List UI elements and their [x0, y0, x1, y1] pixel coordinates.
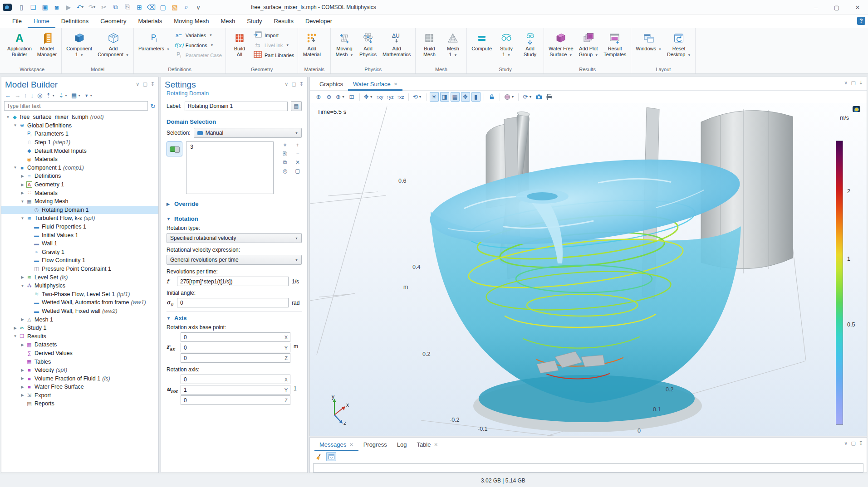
- forward-button[interactable]: →: [15, 92, 20, 99]
- menu-tab-mesh[interactable]: Mesh: [215, 15, 241, 28]
- tree-node-fluid-properties-1[interactable]: ▬Fluid Properties 1: [1, 223, 158, 231]
- panel-pin-icon[interactable]: ↧: [151, 81, 155, 87]
- chevron-right-icon[interactable]: ▶: [167, 202, 171, 206]
- tree-node-wetted-wall-fixed-wall[interactable]: ▬Wetted Wall, Fixed wall(ww2): [1, 307, 158, 316]
- axis-base-y-input[interactable]: 0Y: [181, 343, 290, 352]
- menu-tab-moving-mesh[interactable]: Moving Mesh: [168, 15, 215, 28]
- messages-tab-progress[interactable]: Progress: [358, 438, 392, 451]
- tree-node-study-1[interactable]: ▶∞Study 1: [1, 324, 158, 332]
- new-button[interactable]: ▯: [16, 2, 27, 12]
- build-all-button[interactable]: BuildAll: [228, 29, 251, 59]
- clear-messages-icon[interactable]: [314, 452, 324, 461]
- result-templates-button[interactable]: ResultTemplates: [601, 29, 628, 59]
- component-button[interactable]: Component1 ▼: [64, 29, 94, 59]
- selection-list[interactable]: 3: [186, 141, 274, 194]
- scene-settings-button[interactable]: ⟳▼: [522, 92, 533, 102]
- panel-float-icon[interactable]: ▢: [851, 80, 855, 90]
- rotation-type-combo[interactable]: Specified rotational velocity▼: [167, 233, 302, 243]
- view-xz-button[interactable]: ↑xz: [396, 92, 405, 102]
- axis-orientation-button[interactable]: ✥: [461, 92, 470, 102]
- zoom-to-selection-button[interactable]: ◎: [281, 167, 289, 175]
- panel-pin-icon[interactable]: ↧: [859, 80, 863, 90]
- zoom-box-button[interactable]: ⊕▼: [335, 92, 346, 102]
- tree-node-gravity-1[interactable]: ≈Gravity 1: [1, 248, 158, 257]
- expander-icon[interactable]: ▼: [12, 166, 18, 170]
- label-input[interactable]: Rotating Domain 1: [185, 102, 288, 111]
- collapse-all-button[interactable]: ⇡▼: [46, 92, 55, 99]
- add-component-button[interactable]: AddComponent ▼: [95, 29, 131, 59]
- view-yz-button[interactable]: ↑yz: [386, 92, 395, 102]
- show-button[interactable]: ◎: [37, 92, 42, 99]
- chevron-down-icon[interactable]: ▼: [167, 217, 171, 221]
- remove-from-selection-button[interactable]: −: [294, 150, 302, 157]
- tree-node-reports[interactable]: ▤Reports: [1, 399, 158, 408]
- tree-node-global-definitions[interactable]: ▼⊕Global Definitions: [1, 122, 158, 130]
- transparency-button[interactable]: ◨: [440, 92, 449, 102]
- rotation-axis-z-input[interactable]: 0Z: [181, 395, 290, 405]
- add-plot-group-button[interactable]: Add PlotGroup ▼: [577, 29, 601, 59]
- customize-toolbar-button[interactable]: ∨: [193, 2, 204, 12]
- tree-node-component-1[interactable]: ▼■Component 1(comp1): [1, 164, 158, 172]
- create-selection-button[interactable]: ✧: [281, 141, 289, 149]
- compute-button[interactable]: Compute: [469, 29, 494, 53]
- import-button[interactable]: Import: [253, 31, 294, 39]
- show-on-new-message-icon[interactable]: [326, 452, 336, 461]
- tree-node-two-phase-flow-level-set-1[interactable]: ≋Two-Phase Flow, Level Set 1(tpf1): [1, 290, 158, 298]
- expander-icon[interactable]: ▶: [20, 393, 25, 397]
- chevron-down-icon[interactable]: ▼: [167, 316, 171, 321]
- color-legend-button[interactable]: ▮: [471, 92, 481, 102]
- revolutions-input[interactable]: 275[rpm]*step1(t[1/s]): [177, 277, 289, 286]
- livelink-button[interactable]: ⇆LiveLink▼: [253, 41, 294, 49]
- refresh-icon[interactable]: ↻: [150, 102, 156, 110]
- add-mathematics-button[interactable]: ΔUAddMathematics: [380, 29, 413, 59]
- rotation-axis-y-input[interactable]: 1Y: [181, 385, 290, 394]
- expander-icon[interactable]: ▶: [20, 376, 25, 380]
- label-options-button[interactable]: ▤: [291, 101, 302, 111]
- panel-float-icon[interactable]: ▢: [142, 81, 147, 87]
- tree-node-velocity[interactable]: ▶■Velocity(spf): [1, 366, 158, 375]
- tree-node-multiphysics[interactable]: ▼⁂Multiphysics: [1, 282, 158, 290]
- reset-desktop-button[interactable]: ResetDesktop ▼: [665, 29, 693, 59]
- add-to-selection-button[interactable]: +: [294, 141, 302, 149]
- expander-icon[interactable]: ▶: [20, 385, 25, 389]
- cut-button[interactable]: ✂: [98, 2, 109, 12]
- menu-tab-file[interactable]: File: [6, 15, 28, 28]
- model-manager-button[interactable]: ModelManager: [35, 29, 59, 59]
- run-button[interactable]: ▶: [63, 2, 74, 12]
- panel-float-icon[interactable]: ▢: [291, 81, 296, 87]
- minimize-button[interactable]: –: [805, 0, 826, 15]
- functions-button[interactable]: f(x)Functions▼: [174, 41, 222, 49]
- duplicate-button[interactable]: ⊞: [134, 2, 145, 12]
- parameters-button[interactable]: PiParameters ▼: [136, 29, 172, 53]
- zoom-extents-button[interactable]: ⊡: [347, 92, 356, 102]
- copy-button[interactable]: ⧉: [110, 2, 121, 12]
- tree-node-pressure-point-constraint-1[interactable]: ◫Pressure Point Constraint 1: [1, 265, 158, 273]
- close-button[interactable]: ✕: [847, 0, 868, 15]
- tree-node-results[interactable]: ▼❐Results: [1, 332, 158, 341]
- menu-tab-developer[interactable]: Developer: [299, 15, 338, 28]
- tree-node-free-surface-mixer-ls-mph[interactable]: ▼◆free_surface_mixer_ls.mph(root): [1, 113, 158, 122]
- tree-node-parameters-1[interactable]: PiParameters 1: [1, 130, 158, 138]
- clear-selection-button[interactable]: ✕: [294, 159, 302, 166]
- search-button[interactable]: ⌕: [181, 2, 192, 12]
- rotate-view-button[interactable]: ⟲▼: [412, 92, 423, 102]
- rotation-axis-x-input[interactable]: 0X: [181, 375, 290, 384]
- expander-icon[interactable]: ▶: [20, 368, 25, 372]
- build-mesh-button[interactable]: BuildMesh: [418, 29, 441, 59]
- variables-button[interactable]: a=Variables▼: [174, 31, 222, 39]
- messages-output[interactable]: [313, 463, 863, 472]
- tree-node-flow-continuity-1[interactable]: ▬Flow Continuity 1: [1, 256, 158, 265]
- zoom-out-button[interactable]: ⊖: [324, 92, 333, 102]
- move-down-button[interactable]: ↓: [31, 92, 34, 99]
- expander-icon[interactable]: ▼: [5, 115, 11, 119]
- expander-icon[interactable]: ▶: [20, 191, 25, 195]
- close-tab-icon[interactable]: ✕: [349, 442, 353, 447]
- undo-button[interactable]: ↶▼: [75, 2, 86, 12]
- expander-icon[interactable]: ▶: [20, 174, 25, 178]
- tree-node-datasets[interactable]: ▶▦Datasets: [1, 341, 158, 349]
- add-material-button[interactable]: AddMaterial: [300, 29, 323, 59]
- panel-pin-icon[interactable]: ↧: [859, 440, 863, 451]
- close-tab-icon[interactable]: ✕: [394, 82, 397, 87]
- grid-button[interactable]: ▦: [451, 92, 460, 102]
- maximize-button[interactable]: ▢: [826, 0, 847, 15]
